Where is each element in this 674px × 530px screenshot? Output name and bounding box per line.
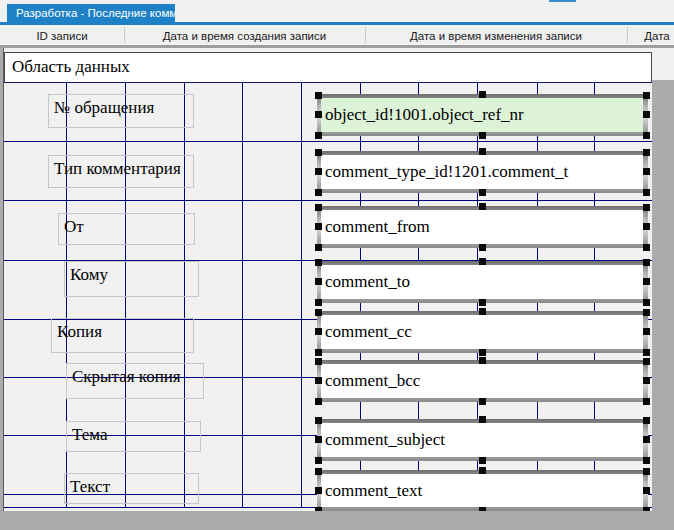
field-expression: comment_cc — [321, 315, 643, 349]
label-subject[interactable]: Тема — [66, 421, 201, 452]
selection-handle[interactable] — [315, 168, 322, 175]
canvas-corner — [652, 48, 674, 80]
selection-handle[interactable] — [643, 149, 650, 156]
label-text[interactable]: Текст — [64, 473, 199, 504]
selection-handle[interactable] — [315, 377, 322, 384]
selection-handle[interactable] — [643, 328, 650, 335]
selection-handle[interactable] — [643, 92, 650, 99]
selection-handle[interactable] — [315, 328, 322, 335]
selection-handle[interactable] — [315, 487, 322, 494]
selection-handle[interactable] — [643, 309, 650, 316]
field-expression: object_id!1001.object_ref_nr — [321, 98, 643, 132]
selection-handle[interactable] — [479, 189, 486, 196]
selection-handle[interactable] — [479, 299, 486, 306]
selection-handle[interactable] — [479, 457, 486, 464]
selection-handle[interactable] — [643, 204, 650, 211]
grid-line-v — [242, 83, 243, 507]
field-expression: comment_type_id!1201.comment_t — [321, 155, 643, 189]
selection-handle[interactable] — [315, 204, 322, 211]
selection-handle[interactable] — [479, 349, 486, 356]
selection-handle[interactable] — [315, 299, 322, 306]
field-object-ref-nr[interactable]: object_id!1001.object_ref_nr — [317, 94, 648, 136]
selection-handle[interactable] — [643, 457, 650, 464]
selection-handle[interactable] — [479, 132, 486, 139]
selection-handle[interactable] — [643, 223, 650, 230]
selection-handle[interactable] — [643, 299, 650, 306]
label-to[interactable]: Кому — [64, 261, 199, 297]
selection-handle[interactable] — [479, 244, 486, 251]
field-comment-bcc[interactable]: comment_bcc — [317, 360, 648, 402]
selection-handle[interactable] — [479, 148, 486, 155]
column-header-id[interactable]: ID записи — [0, 28, 124, 44]
selection-handle[interactable] — [643, 377, 650, 384]
selection-handle[interactable] — [315, 398, 322, 405]
selection-handle[interactable] — [315, 436, 322, 443]
selection-handle[interactable] — [643, 278, 650, 285]
label-cc[interactable]: Копия — [51, 318, 194, 353]
label-request-number[interactable]: № обращения — [48, 94, 194, 128]
out-of-page-area-bottom — [0, 511, 674, 530]
selection-handle[interactable] — [643, 398, 650, 405]
field-expression: comment_to — [321, 265, 643, 299]
field-comment-from[interactable]: comment_from — [317, 206, 648, 248]
selection-handle[interactable] — [479, 467, 486, 474]
selection-handle[interactable] — [315, 278, 322, 285]
selection-handle[interactable] — [315, 223, 322, 230]
selection-handle[interactable] — [643, 358, 650, 365]
out-of-page-area-right — [652, 80, 674, 511]
field-comment-type[interactable]: comment_type_id!1201.comment_t — [317, 151, 648, 193]
selection-handle[interactable] — [643, 487, 650, 494]
selection-handle[interactable] — [479, 357, 486, 364]
column-header-created[interactable]: Дата и время создания записи — [124, 28, 365, 44]
grid-line-h — [4, 141, 652, 142]
selection-handle[interactable] — [315, 111, 322, 118]
selection-handle[interactable] — [643, 468, 650, 475]
selection-handle[interactable] — [643, 244, 650, 251]
field-expression: comment_subject — [321, 423, 643, 457]
selection-handle[interactable] — [315, 468, 322, 475]
selection-handle[interactable] — [643, 436, 650, 443]
selection-handle[interactable] — [643, 189, 650, 196]
selection-handle[interactable] — [479, 416, 486, 423]
column-header-modified[interactable]: Дата и время изменения записи — [365, 28, 627, 44]
selection-handle[interactable] — [315, 358, 322, 365]
selection-handle[interactable] — [315, 92, 322, 99]
selection-handle[interactable] — [315, 259, 322, 266]
tab-development-last-comments[interactable]: Разработка - Последние комментар... — [7, 4, 175, 22]
selection-handle[interactable] — [479, 203, 486, 210]
field-comment-text[interactable]: comment_text — [317, 470, 648, 511]
label-comment-type[interactable]: Тип комментария — [48, 155, 194, 188]
band-data-area[interactable]: Область данных — [4, 52, 652, 83]
selection-handle[interactable] — [643, 111, 650, 118]
selection-handle[interactable] — [643, 168, 650, 175]
field-expression: comment_text — [321, 474, 643, 507]
selection-handle[interactable] — [315, 349, 322, 356]
selection-handle[interactable] — [643, 417, 650, 424]
column-header-date-partial[interactable]: Дата — [627, 28, 674, 44]
label-from[interactable]: От — [58, 213, 195, 245]
selection-handle[interactable] — [643, 132, 650, 139]
selection-handle[interactable] — [479, 91, 486, 98]
field-expression: comment_from — [321, 210, 643, 244]
field-comment-to[interactable]: comment_to — [317, 261, 648, 303]
selection-handle[interactable] — [479, 308, 486, 315]
selection-handle[interactable] — [315, 149, 322, 156]
toolbar-fragment — [549, 0, 576, 2]
selection-handle[interactable] — [479, 398, 486, 405]
label-bcc[interactable]: Скрытая копия — [66, 363, 204, 399]
selection-handle[interactable] — [315, 457, 322, 464]
grid-line-v — [301, 83, 302, 507]
selection-handle[interactable] — [315, 189, 322, 196]
selection-handle[interactable] — [315, 417, 322, 424]
selection-handle[interactable] — [479, 258, 486, 265]
tab-bar: Разработка - Последние комментар... — [0, 0, 674, 22]
selection-handle[interactable] — [315, 309, 322, 316]
designer-canvas: Область данных № обращения Тип комментар… — [0, 48, 674, 530]
field-expression: comment_bcc — [321, 364, 643, 398]
selection-handle[interactable] — [315, 132, 322, 139]
selection-handle[interactable] — [643, 349, 650, 356]
field-comment-cc[interactable]: comment_cc — [317, 311, 648, 353]
selection-handle[interactable] — [315, 244, 322, 251]
selection-handle[interactable] — [643, 259, 650, 266]
field-comment-subject[interactable]: comment_subject — [317, 419, 648, 461]
